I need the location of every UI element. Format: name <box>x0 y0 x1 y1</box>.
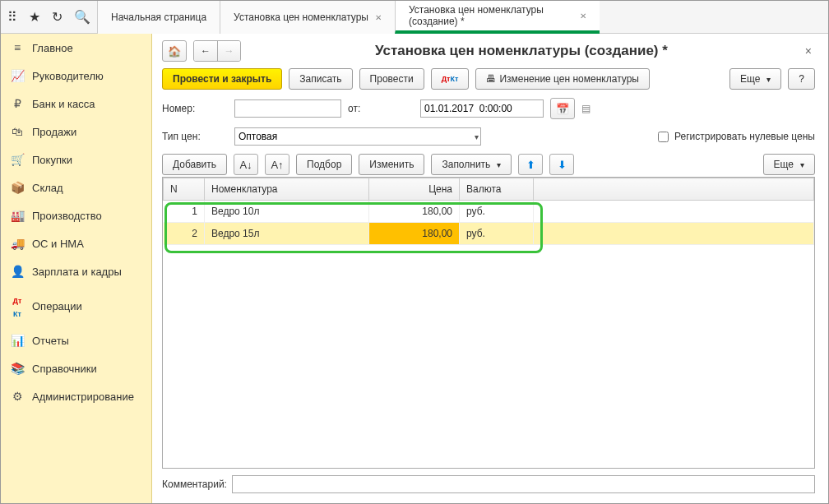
close-icon[interactable]: ✕ <box>375 13 382 22</box>
home-button[interactable]: 🏠 <box>162 40 187 62</box>
price-type-label: Тип цен: <box>162 131 228 142</box>
command-bar: Провести и закрыть Записать Провести ДтК… <box>162 68 815 90</box>
col-price-header[interactable]: Цена <box>369 178 460 201</box>
box-icon: 📦 <box>11 181 24 194</box>
cell-nom: Ведро 10л <box>205 201 369 223</box>
sidebar-item-assets[interactable]: 🚚ОС и НМА <box>1 229 151 257</box>
dtkt-button[interactable]: ДтКт <box>431 68 470 90</box>
sidebar-item-manager[interactable]: 📈Руководителю <box>1 62 151 90</box>
sidebar-item-warehouse[interactable]: 📦Склад <box>1 173 151 201</box>
pick-button[interactable]: Подбор <box>296 154 352 175</box>
chart-icon: 📈 <box>11 69 24 82</box>
cell-nom: Ведро 15л <box>205 223 369 245</box>
sidebar-item-hr[interactable]: 👤Зарплата и кадры <box>1 257 151 285</box>
col-filler <box>534 178 814 201</box>
bag-icon: 🛍 <box>11 125 24 138</box>
price-type-select[interactable]: ▾ <box>234 127 481 146</box>
sidebar-item-label: Операции <box>32 300 82 312</box>
price-table: N Номенклатура Цена Валюта 1 Ведро 10л <box>163 178 814 245</box>
table-container: N Номенклатура Цена Валюта 1 Ведро 10л <box>162 177 815 469</box>
add-button[interactable]: Добавить <box>162 154 227 175</box>
tab-strip: Начальная страница Установка цен номенкл… <box>97 1 600 33</box>
date-input[interactable] <box>420 99 544 118</box>
sidebar-item-label: Производство <box>32 210 102 222</box>
barchart-icon: 📊 <box>11 334 24 347</box>
ruble-icon: ₽ <box>11 97 24 110</box>
top-icon-bar: ⠿ ★ ↻ 🔍 <box>1 1 97 33</box>
col-currency-header[interactable]: Валюта <box>460 178 534 201</box>
person-icon: 👤 <box>11 265 24 278</box>
move-up-button[interactable]: ⬆ <box>518 154 543 175</box>
cell-n: 1 <box>164 201 205 223</box>
register-zero-input[interactable] <box>658 132 669 142</box>
table-row[interactable]: 2 Ведро 15л 180,00 руб. <box>164 223 814 245</box>
nav-back-forward: ← → <box>193 40 241 62</box>
register-zero-checkbox[interactable]: Регистрировать нулевые цены <box>655 129 815 145</box>
fill-button[interactable]: Заполнить <box>431 154 512 175</box>
col-n-header[interactable]: N <box>164 178 205 201</box>
sidebar-item-label: Главное <box>32 42 73 54</box>
sidebar-item-label: Отчеты <box>32 335 69 347</box>
forward-button[interactable]: → <box>217 41 240 61</box>
sidebar-item-label: Зарплата и кадры <box>32 266 122 278</box>
sidebar-item-admin[interactable]: ⚙Администрирование <box>1 382 151 410</box>
write-button[interactable]: Записать <box>289 68 352 90</box>
price-change-button[interactable]: 🖶Изменение цен номенклатуры <box>475 68 650 90</box>
sort-desc-button[interactable]: А↑ <box>265 154 289 175</box>
sidebar-item-label: ОС и НМА <box>32 238 84 250</box>
truck-icon: 🚚 <box>11 237 24 250</box>
sidebar-item-production[interactable]: 🏭Производство <box>1 201 151 229</box>
back-button[interactable]: ← <box>194 41 217 61</box>
sidebar-item-label: Склад <box>32 182 63 194</box>
sidebar-item-main[interactable]: ≡Главное <box>1 34 151 62</box>
comment-row: Комментарий: <box>162 475 815 493</box>
print-icon: 🖶 <box>486 73 496 85</box>
cart-icon: 🛒 <box>11 153 24 166</box>
sidebar-item-label: Справочники <box>32 363 97 375</box>
help-button[interactable]: ? <box>788 68 815 90</box>
cell-price: 180,00 <box>369 201 460 223</box>
price-type-input[interactable] <box>234 127 481 146</box>
apps-icon[interactable]: ⠿ <box>7 9 17 25</box>
cell-price-editing[interactable]: 180,00 <box>369 223 460 245</box>
post-button[interactable]: Провести <box>359 68 424 90</box>
sort-asc-button[interactable]: А↓ <box>234 154 258 175</box>
search-icon[interactable]: 🔍 <box>74 9 90 25</box>
sidebar-item-purchases[interactable]: 🛒Покупки <box>1 146 151 173</box>
sidebar-item-operations[interactable]: ДтКтОперации <box>1 285 151 326</box>
cell-currency: руб. <box>460 223 534 245</box>
table-toolbar: Добавить А↓ А↑ Подбор Изменить Заполнить… <box>162 154 815 175</box>
table-more-button[interactable]: Еще <box>763 154 815 175</box>
favorite-icon[interactable]: ★ <box>29 9 40 25</box>
title-row: 🏠 ← → Установка цен номенклатуры (создан… <box>162 40 815 62</box>
chevron-down-icon[interactable]: ▾ <box>475 132 479 141</box>
more-button[interactable]: Еще <box>729 68 781 90</box>
comment-label: Комментарий: <box>162 479 227 490</box>
close-icon[interactable]: ✕ <box>580 12 586 21</box>
tab-doc-2[interactable]: Установка цен номенклатуры (создание) *✕ <box>395 1 600 34</box>
number-label: Номер: <box>162 103 228 114</box>
main-area: 🏠 ← → Установка цен номенклатуры (создан… <box>152 34 828 503</box>
tab-home[interactable]: Начальная страница <box>97 1 220 34</box>
sidebar-item-sales[interactable]: 🛍Продажи <box>1 118 151 146</box>
sidebar-item-label: Продажи <box>32 126 76 138</box>
comment-input[interactable] <box>232 475 815 493</box>
col-nom-header[interactable]: Номенклатура <box>205 178 369 201</box>
gear-icon: ⚙ <box>11 390 24 403</box>
price-type-row: Тип цен: ▾ Регистрировать нулевые цены <box>162 127 815 146</box>
history-icon[interactable]: ↻ <box>52 9 63 25</box>
table-row[interactable]: 1 Ведро 10л 180,00 руб. <box>164 201 814 223</box>
post-and-close-button[interactable]: Провести и закрыть <box>162 68 282 90</box>
move-down-button[interactable]: ⬇ <box>549 154 574 175</box>
tab-doc-1[interactable]: Установка цен номенклатуры✕ <box>220 1 395 34</box>
sidebar-item-label: Покупки <box>32 154 72 166</box>
close-icon[interactable]: × <box>802 44 815 58</box>
number-input[interactable] <box>234 99 341 118</box>
top-bar: ⠿ ★ ↻ 🔍 Начальная страница Установка цен… <box>1 1 828 34</box>
calendar-button[interactable]: 📅 <box>550 98 575 119</box>
sidebar-item-bank[interactable]: ₽Банк и касса <box>1 90 151 118</box>
change-button[interactable]: Изменить <box>359 154 424 175</box>
sidebar-item-reports[interactable]: 📊Отчеты <box>1 326 151 354</box>
doc-status-icon: ▤ <box>581 103 590 114</box>
sidebar-item-catalogs[interactable]: 📚Справочники <box>1 354 151 382</box>
